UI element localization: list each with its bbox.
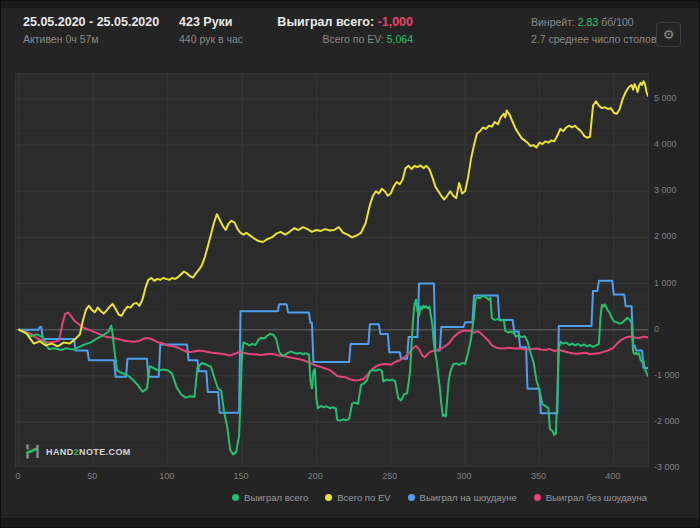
top-strip bbox=[1, 1, 699, 8]
x-tick-label: 300 bbox=[447, 471, 481, 481]
winrate-label: Винрейт: bbox=[531, 16, 578, 28]
legend-dot bbox=[325, 494, 332, 501]
winnings-block: Выиграл всего: -1,000 Всего по EV: 5,064 bbox=[251, 14, 413, 48]
hands-count: 423 Руки bbox=[179, 14, 243, 31]
date-range-block: 25.05.2020 - 25.05.2020 Активен 0ч 57м bbox=[23, 14, 159, 48]
legend-dot bbox=[534, 494, 541, 501]
y-tick-label: -1 000 bbox=[654, 370, 698, 381]
hand2note-session-graph-window: 25.05.2020 - 25.05.2020 Активен 0ч 57м 4… bbox=[0, 0, 700, 528]
settings-gear-icon[interactable]: ⚙ bbox=[656, 22, 681, 47]
y-tick-label: 3 000 bbox=[654, 185, 698, 196]
graph-plot-area[interactable] bbox=[15, 73, 649, 467]
series-line-Выиграл всего bbox=[19, 296, 648, 455]
won-total-label: Выиграл всего: bbox=[277, 15, 377, 29]
hands-block: 423 Руки 440 рук в час bbox=[179, 14, 243, 48]
x-tick-label: 250 bbox=[373, 471, 407, 481]
legend-item-ev[interactable]: Всего по EV bbox=[325, 492, 390, 503]
legend-label: Всего по EV bbox=[337, 492, 390, 503]
legend-dot bbox=[232, 494, 239, 501]
x-tick-label: 400 bbox=[596, 471, 630, 481]
session-graph bbox=[16, 74, 648, 466]
legend-label: Выиграл на шоудауне bbox=[420, 492, 517, 503]
y-tick-label: 2 000 bbox=[654, 231, 698, 242]
x-tick-label: 200 bbox=[298, 471, 332, 481]
x-tick-label: 50 bbox=[75, 471, 109, 481]
won-total-value: -1,000 bbox=[378, 15, 413, 29]
y-tick-label: 5 000 bbox=[654, 93, 698, 104]
legend-label: Выиграл без шоудауна bbox=[546, 492, 647, 503]
won-total-line: Выиграл всего: -1,000 bbox=[251, 14, 413, 31]
y-tick-label: 0 bbox=[654, 324, 698, 335]
x-tick-label: 350 bbox=[521, 471, 555, 481]
legend-item-showdown[interactable]: Выиграл на шоудауне bbox=[408, 492, 517, 503]
x-tick-label: 100 bbox=[150, 471, 184, 481]
y-tick-label: 4 000 bbox=[654, 139, 698, 150]
bottom-strip bbox=[1, 518, 699, 527]
ev-total-label: Всего по EV: bbox=[322, 33, 386, 45]
x-tick-label: 150 bbox=[224, 471, 258, 481]
winrate-value: 2.83 bbox=[578, 16, 598, 28]
legend-dot bbox=[408, 494, 415, 501]
hand2note-logo: HAND2NOTE.COM bbox=[25, 444, 131, 459]
legend-item-nonshowdown[interactable]: Выиграл без шоудауна bbox=[534, 492, 647, 503]
y-tick-label: -3 000 bbox=[654, 462, 698, 473]
legend-item-total[interactable]: Выиграл всего bbox=[232, 492, 308, 503]
avg-tables: 2.7 среднее число столов bbox=[531, 31, 657, 48]
y-tick-label: 1 000 bbox=[654, 278, 698, 289]
legend-label: Выиграл всего bbox=[244, 492, 308, 503]
legend: Выиграл всего Всего по EV Выиграл на шоу… bbox=[232, 492, 647, 503]
y-tick-label: -2 000 bbox=[654, 416, 698, 427]
ev-total-line: Всего по EV: 5,064 bbox=[251, 31, 413, 48]
hand2note-logo-icon bbox=[25, 444, 40, 459]
winrate-line: Винрейт: 2.83 бб/100 bbox=[531, 14, 657, 31]
hands-per-hour: 440 рук в час bbox=[179, 31, 243, 48]
active-time: Активен 0ч 57м bbox=[23, 31, 159, 48]
date-range: 25.05.2020 - 25.05.2020 bbox=[23, 14, 159, 31]
winrate-unit: бб/100 bbox=[598, 16, 633, 28]
ev-total-value: 5,064 bbox=[387, 33, 413, 45]
hand2note-logo-text: HAND2NOTE.COM bbox=[46, 447, 131, 457]
winrate-block: Винрейт: 2.83 бб/100 2.7 среднее число с… bbox=[531, 14, 657, 48]
x-tick-label: 0 bbox=[1, 471, 35, 481]
